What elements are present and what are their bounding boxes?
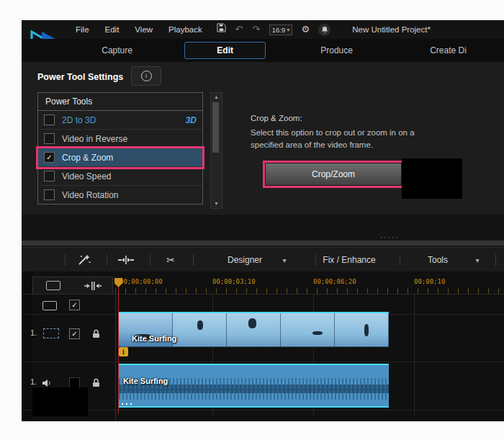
track-manager-icon[interactable] xyxy=(37,299,62,312)
split-scissors-icon[interactable]: ✂ xyxy=(158,248,183,272)
toolbar-divider xyxy=(65,254,66,266)
tab-create-disc[interactable]: Create Di xyxy=(392,45,504,55)
ruler-timecode: 00;00;00;00 xyxy=(120,278,163,285)
clip-thumbnail xyxy=(281,313,335,346)
crop-zoom-button[interactable]: Crop/Zoom xyxy=(265,163,402,186)
tab-edit-label: Edit xyxy=(184,42,266,59)
crop-zoom-description-title: Crop & Zoom: xyxy=(251,114,302,122)
video-track-enable-checkbox[interactable]: ✓ xyxy=(69,328,80,339)
list-item-label: Video Rotation xyxy=(62,190,119,200)
list-item-video-rotation[interactable]: Video Rotation xyxy=(38,186,202,204)
tools-menu[interactable]: Tools xyxy=(416,248,459,272)
list-item-label: Crop & Zoom xyxy=(62,153,113,163)
checkbox-2d-to-3d[interactable] xyxy=(44,115,55,125)
audio-clip[interactable]: Kite Surfing xyxy=(119,364,389,408)
clip-info-icon[interactable]: i xyxy=(119,347,128,356)
clip-thumbnail xyxy=(173,313,227,346)
list-item-video-speed[interactable]: Video Speed xyxy=(38,167,202,186)
video-track-icon xyxy=(43,328,59,338)
keyframe-dot xyxy=(130,403,132,405)
magic-wand-icon[interactable] xyxy=(72,248,96,272)
info-icon: i xyxy=(141,71,152,81)
app-window: File Edit View Playback ↶ ↷ 16:9 ▾ ⚙ New… xyxy=(22,20,504,421)
settings-gear-icon[interactable]: ⚙ xyxy=(297,22,314,37)
clip-thumbnail xyxy=(335,313,389,346)
toolbar-divider xyxy=(150,254,150,266)
aspect-ratio-selector[interactable]: 16:9 ▾ xyxy=(269,24,293,35)
clip-thumbnail xyxy=(227,313,281,346)
menu-playback[interactable]: Playback xyxy=(161,25,210,34)
save-icon[interactable] xyxy=(213,22,230,37)
checkbox-video-speed[interactable] xyxy=(44,171,55,181)
ruler-timecode: 00;00;10 xyxy=(414,278,445,285)
list-item-label: Video Speed xyxy=(62,171,112,181)
tab-edit[interactable]: Edit xyxy=(169,42,281,59)
checkbox-video-in-reverse[interactable] xyxy=(44,133,55,144)
keyframe-dot xyxy=(126,403,127,405)
scrollbar-thumb[interactable] xyxy=(212,102,219,153)
audio-track-lock-icon[interactable] xyxy=(92,377,100,390)
audio-waveform-line xyxy=(119,389,389,390)
playhead-line[interactable] xyxy=(118,286,119,414)
designer-menu[interactable]: Designer xyxy=(216,248,274,272)
designer-chevron-down-icon[interactable]: ▾ xyxy=(279,248,289,272)
checkbox-crop-and-zoom[interactable]: ✓ xyxy=(44,152,55,163)
notifications-bell-icon[interactable] xyxy=(318,24,330,36)
video-track-lock-icon[interactable] xyxy=(92,328,100,341)
video-clip-label: Kite Surfing xyxy=(132,334,176,343)
ruler-timecode: 00;00;06;20 xyxy=(313,278,356,285)
audio-clip-label: Kite Surfing xyxy=(123,377,168,385)
audio-track-enable-checkbox[interactable] xyxy=(69,377,80,388)
grid-line xyxy=(414,295,415,416)
audio-track-number: 1. xyxy=(30,377,37,386)
video-clip[interactable]: Kite Surfing xyxy=(119,312,389,347)
scroll-up-icon[interactable]: ▲ xyxy=(211,94,222,101)
ruler-baseline xyxy=(22,294,504,295)
keyframe-dot xyxy=(122,403,123,405)
chevron-down-icon: ▾ xyxy=(287,27,289,33)
toolbar-divider xyxy=(193,254,194,266)
panel-title: Power Tool Settings xyxy=(37,72,123,82)
menubar-icon-group: ↶ ↷ 16:9 ▾ ⚙ xyxy=(213,22,331,37)
redo-icon[interactable]: ↷ xyxy=(248,22,265,37)
project-title: New Untitled Project* xyxy=(352,25,431,34)
list-item-label: 2D to 3D xyxy=(62,115,96,125)
menu-view[interactable]: View xyxy=(127,25,161,34)
checkbox-video-rotation[interactable] xyxy=(44,189,55,200)
timeline: 00;00;00;00 00;00;03;10 00;00;06;20 00;0… xyxy=(22,271,504,421)
info-button[interactable]: i xyxy=(131,66,161,86)
playhead-marker[interactable] xyxy=(114,278,122,287)
list-item-2d-to-3d[interactable]: 2D to 3D 3D xyxy=(38,111,202,130)
mode-tabs: Capture Edit Produce Create Di xyxy=(22,39,504,62)
scroll-down-icon[interactable]: ▼ xyxy=(211,200,222,207)
crop-zoom-description: Select this option to crop out or zoom i… xyxy=(251,127,439,152)
redacted-area xyxy=(402,158,462,199)
transition-split-icon[interactable] xyxy=(114,248,138,272)
fix-enhance-button[interactable]: Fix / Enhance xyxy=(310,248,389,272)
menu-file[interactable]: File xyxy=(68,25,97,34)
redacted-area xyxy=(32,387,88,416)
fit-timeline-icon[interactable] xyxy=(81,279,105,292)
toolbar-divider xyxy=(495,254,496,266)
aspect-ratio-value: 16:9 xyxy=(272,26,286,34)
ruler-ticks[interactable] xyxy=(115,288,504,294)
list-item-video-in-reverse[interactable]: Video in Reverse xyxy=(38,130,202,148)
undo-icon[interactable]: ↶ xyxy=(230,22,248,37)
toolbar-divider xyxy=(107,254,107,266)
timeline-header-buttons xyxy=(32,277,113,295)
menubar: File Edit View Playback ↶ ↷ 16:9 ▾ ⚙ New… xyxy=(22,20,504,39)
track-header-checkbox[interactable]: ✓ xyxy=(69,300,80,310)
3d-badge-icon: 3D xyxy=(186,115,197,125)
list-item-crop-and-zoom[interactable]: ✓ Crop & Zoom xyxy=(38,148,202,167)
panel-divider xyxy=(22,241,504,246)
tab-capture[interactable]: Capture xyxy=(65,45,169,55)
list-scrollbar[interactable]: ▲ ▼ xyxy=(210,92,222,209)
menu-edit[interactable]: Edit xyxy=(97,25,127,34)
tab-produce[interactable]: Produce xyxy=(281,45,392,55)
range-select-icon[interactable] xyxy=(41,279,66,292)
tools-chevron-down-icon[interactable]: ▾ xyxy=(472,248,482,272)
ruler-timecode: 00;00;03;10 xyxy=(212,278,256,285)
lane-divider xyxy=(22,410,504,410)
list-item-label: Video in Reverse xyxy=(62,134,127,144)
toolbar-divider xyxy=(400,254,400,266)
